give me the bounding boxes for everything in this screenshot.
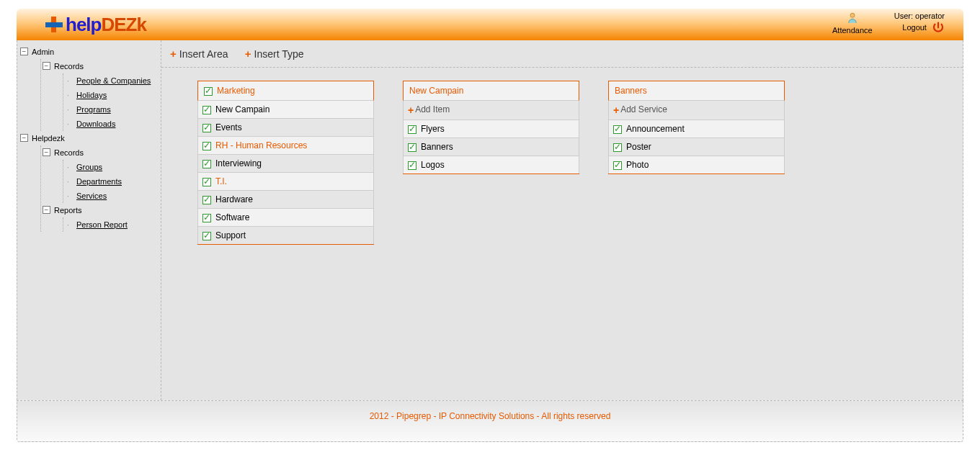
services-panel: Banners+Add ServiceAnnouncementPosterPho… xyxy=(608,81,785,245)
checkbox-checked-icon[interactable] xyxy=(613,161,622,170)
plus-icon: + xyxy=(170,48,177,60)
checkbox-checked-icon[interactable] xyxy=(204,87,213,96)
insert-area-button[interactable]: +Insert Area xyxy=(170,48,228,60)
main-header: helpDEZk Attendance User: operator Logou… xyxy=(17,9,963,40)
action-toolbar: +Insert Area +Insert Type xyxy=(161,40,963,68)
service-item-poster[interactable]: Poster xyxy=(609,138,785,156)
nav-link-holidays[interactable]: Holidays xyxy=(76,91,107,99)
checkbox-checked-icon[interactable] xyxy=(613,143,622,152)
area-item-interviewing[interactable]: Interviewing xyxy=(198,155,374,173)
tree-leaf-dot-icon: · xyxy=(67,108,71,112)
nav-link-programs[interactable]: Programs xyxy=(76,105,111,114)
area-item-software[interactable]: Software xyxy=(198,209,374,227)
checkbox-checked-icon[interactable] xyxy=(202,214,211,222)
type-add-button[interactable]: +Add Item xyxy=(404,101,579,120)
checkbox-checked-icon[interactable] xyxy=(202,196,211,204)
checkbox-checked-icon[interactable] xyxy=(202,178,211,186)
area-item-new-campain[interactable]: New Campain xyxy=(198,101,374,119)
areas-panel: MarketingNew CampainEventsRH - Human Res… xyxy=(197,81,374,245)
checkbox-checked-icon[interactable] xyxy=(408,143,416,152)
type-item-flyers[interactable]: Flyers xyxy=(404,120,579,138)
type-item-banners[interactable]: Banners xyxy=(404,138,579,156)
plus-icon: + xyxy=(408,104,414,116)
tree-leaf-dot-icon: · xyxy=(67,166,71,169)
nav-link-departments[interactable]: Departments xyxy=(76,177,122,186)
checkbox-checked-icon[interactable] xyxy=(202,160,211,168)
brand-logo: helpDEZk xyxy=(45,14,146,36)
nav-group-helpdezk: Helpdezk xyxy=(32,134,65,143)
nav-group-reports: Reports xyxy=(54,206,82,215)
area-item-events[interactable]: Events xyxy=(198,119,374,137)
checkbox-checked-icon[interactable] xyxy=(202,124,211,132)
type-panel-header: New Campain xyxy=(403,81,579,101)
nav-link-downloads[interactable]: Downloads xyxy=(76,120,115,128)
logout-label: Logout xyxy=(902,23,927,32)
tree-toggle[interactable]: − xyxy=(20,48,28,55)
area-item-t-i-[interactable]: T.I. xyxy=(198,173,374,191)
tree-toggle[interactable]: − xyxy=(43,62,50,70)
svg-point-0 xyxy=(850,13,855,17)
checkbox-checked-icon[interactable] xyxy=(408,125,416,134)
tree-leaf-dot-icon: · xyxy=(67,94,71,97)
checkbox-checked-icon[interactable] xyxy=(408,161,416,170)
checkbox-checked-icon[interactable] xyxy=(202,142,211,150)
tree-leaf-dot-icon: · xyxy=(67,194,71,198)
main-content: +Insert Area +Insert Type MarketingNew C… xyxy=(161,40,963,400)
nav-sidebar: −Admin−Records·People & Companies·Holida… xyxy=(17,40,161,400)
types-panel: New Campain+Add ItemFlyersBannersLogos xyxy=(403,81,579,245)
attendance-button[interactable]: Attendance xyxy=(832,12,873,35)
attendance-icon xyxy=(846,12,859,24)
area-item-support[interactable]: Support xyxy=(198,227,374,245)
footer-text: 2012 - Pipegrep - IP Connectivity Soluti… xyxy=(370,411,611,421)
service-item-announcement[interactable]: Announcement xyxy=(609,120,785,138)
insert-type-button[interactable]: +Insert Type xyxy=(245,48,304,60)
plus-icon: + xyxy=(613,104,619,116)
tree-leaf-dot-icon: · xyxy=(67,79,71,83)
nav-link-people-companies[interactable]: People & Companies xyxy=(76,76,151,85)
current-user-label: User: operator xyxy=(894,12,945,20)
logout-button[interactable]: Logout xyxy=(902,22,945,35)
page-footer: 2012 - Pipegrep - IP Connectivity Soluti… xyxy=(17,400,963,442)
logo-text-help: help xyxy=(66,14,101,35)
area-item-hardware[interactable]: Hardware xyxy=(198,191,374,209)
nav-group-records: Records xyxy=(54,62,84,71)
tree-leaf-dot-icon: · xyxy=(67,180,71,184)
areas-panel-header[interactable]: Marketing xyxy=(197,81,374,101)
logo-cross-icon xyxy=(45,17,63,32)
tree-toggle[interactable]: − xyxy=(20,134,28,142)
checkbox-checked-icon[interactable] xyxy=(202,232,211,240)
service-add-button[interactable]: +Add Service xyxy=(609,101,785,120)
checkbox-checked-icon[interactable] xyxy=(613,125,622,134)
nav-group-admin: Admin xyxy=(32,48,54,56)
nav-link-groups[interactable]: Groups xyxy=(76,163,102,171)
service-panel-header: Banners xyxy=(608,81,785,101)
tree-leaf-dot-icon: · xyxy=(67,122,71,126)
checkbox-checked-icon[interactable] xyxy=(202,106,211,114)
service-item-photo[interactable]: Photo xyxy=(609,156,785,174)
attendance-label: Attendance xyxy=(832,26,873,35)
area-item-rh-human-resources[interactable]: RH - Human Resources xyxy=(198,137,374,155)
tree-leaf-dot-icon: · xyxy=(67,223,71,227)
tree-toggle[interactable]: − xyxy=(43,206,50,214)
nav-group-records: Records xyxy=(54,148,84,157)
nav-link-person-report[interactable]: Person Report xyxy=(76,220,128,229)
logo-text-dezk: DEZk xyxy=(101,14,146,35)
type-item-logos[interactable]: Logos xyxy=(404,156,579,174)
plus-icon: + xyxy=(245,48,251,60)
power-icon xyxy=(932,22,945,35)
tree-toggle[interactable]: − xyxy=(43,148,50,156)
nav-link-services[interactable]: Services xyxy=(76,192,107,200)
